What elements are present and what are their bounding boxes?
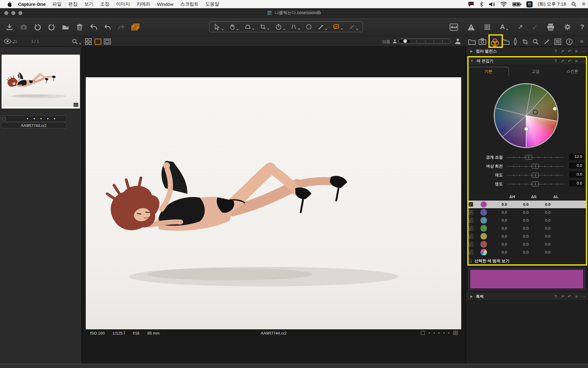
delta-l-value[interactable]: 0.0	[529, 242, 551, 247]
slider-track[interactable]	[507, 166, 564, 167]
tooltab-adjustments-icon[interactable]	[543, 38, 550, 45]
notification-center-icon[interactable]: ≡	[582, 1, 585, 7]
delta-s-value[interactable]: 0.0	[507, 218, 529, 223]
panel-preset-icon[interactable]: ↗	[560, 294, 564, 299]
delete-trash-icon[interactable]	[76, 23, 84, 31]
filmstrip-view-icon[interactable]	[95, 39, 101, 45]
tooltab-capture-icon[interactable]	[478, 38, 486, 45]
help-icon[interactable]: ?	[580, 24, 584, 30]
disclosure-closed-icon[interactable]: ▶	[470, 49, 473, 53]
slider-handle[interactable]	[532, 182, 539, 186]
color-swatch[interactable]	[481, 233, 487, 240]
color-range-row[interactable]: ✓ 0.0 0.0 0.0	[467, 240, 587, 248]
spotlight-search-icon[interactable]	[571, 2, 577, 7]
import-arrow-icon[interactable]: ↙	[532, 24, 537, 30]
delta-l-value[interactable]: 0.0	[529, 210, 551, 215]
rotate-right-icon[interactable]	[47, 23, 55, 31]
loupe-tool[interactable]	[244, 24, 254, 30]
grid-view-icon[interactable]	[85, 38, 92, 45]
color-range-row[interactable]: ✓ 0.0 0.0 0.0	[467, 248, 587, 256]
color-range-row[interactable]: ✓ 0.0 0.0 0.0	[467, 209, 587, 216]
tab-skin-tone[interactable]: 스킨톤	[558, 67, 587, 76]
color-swatch-rainbow[interactable]	[481, 249, 487, 255]
menu-clock[interactable]: (화) 오후 7:18	[538, 1, 566, 7]
delta-l-value[interactable]: 0.0	[529, 234, 551, 239]
annotation-tool-active[interactable]	[333, 24, 343, 30]
delta-h-value[interactable]: 0.0	[487, 250, 507, 255]
panel-more-icon[interactable]: ⋯	[581, 294, 586, 299]
draw-mask-tool[interactable]	[317, 24, 327, 30]
slider-value[interactable]: 0.0	[569, 180, 584, 186]
panel-help-icon[interactable]: ?	[555, 294, 557, 299]
window-zoom-button[interactable]	[18, 11, 22, 15]
color-swatch[interactable]	[481, 217, 487, 224]
color-wheel[interactable]	[494, 83, 559, 148]
tooltab-lens-icon[interactable]	[513, 38, 517, 45]
star-rating-dots[interactable]	[27, 118, 55, 119]
slider-track[interactable]	[507, 184, 564, 184]
panel-help-icon[interactable]: ?	[555, 49, 557, 54]
color-editor-panel-header[interactable]: ▼ 색 편집기 ? ↗ ↶ ≡ ⋯	[466, 57, 588, 65]
sector-handle-dot[interactable]	[553, 107, 557, 111]
delta-h-value[interactable]: 0.0	[487, 226, 507, 231]
delta-h-value[interactable]: 0.0	[487, 210, 507, 215]
slider-handle[interactable]	[532, 173, 539, 178]
row-enabled-checkbox[interactable]: ✓	[469, 234, 473, 239]
delta-s-value[interactable]: 0.0	[507, 226, 529, 231]
tooltab-overflow-icon[interactable]: »	[580, 37, 583, 44]
slider-handle[interactable]	[525, 155, 532, 160]
row-enabled-checkbox[interactable]: ✓	[469, 242, 473, 247]
panel-reset-icon[interactable]: ↶	[568, 49, 571, 54]
slider-value[interactable]: 12.0	[569, 154, 584, 160]
panel-preset-icon[interactable]: ↗	[560, 49, 564, 54]
panel-manage-icon[interactable]: ≡	[575, 59, 578, 63]
disclosure-open-icon[interactable]: ▼	[470, 59, 473, 63]
copy-adjustments-icon[interactable]	[131, 23, 140, 31]
thumbnail-filename[interactable]: AA9R7744.cr2	[1, 122, 66, 128]
viewer-zoom-slider[interactable]	[398, 39, 451, 44]
menu-file[interactable]: 파일	[52, 1, 62, 7]
keystone-tool[interactable]	[291, 24, 300, 30]
preferences-gear-icon[interactable]	[564, 23, 571, 31]
menu-image[interactable]: 이미지	[116, 1, 130, 7]
wifi-icon[interactable]	[500, 2, 507, 7]
delta-l-value[interactable]: 0.0	[529, 202, 551, 207]
view-selected-range-toggle[interactable]: 선택한 색 범위 보기	[467, 258, 510, 264]
redo-icon[interactable]	[117, 24, 125, 31]
delta-s-value[interactable]: 0.0	[507, 242, 529, 247]
select-tool[interactable]	[214, 24, 224, 30]
panel-help-icon[interactable]: ?	[555, 59, 557, 63]
color-range-row[interactable]: ✓ 0.0 0.0 0.0	[467, 232, 587, 240]
photo-canvas[interactable]	[86, 77, 461, 329]
browser-filter-eye-icon[interactable]	[4, 39, 15, 44]
panel-manage-icon[interactable]: ≡	[575, 49, 578, 54]
tethered-capture-icon[interactable]	[19, 23, 28, 31]
sector-handle-dot[interactable]	[524, 127, 528, 131]
panel-more-icon[interactable]: ⋯	[581, 49, 586, 54]
erase-annotation-tool[interactable]	[348, 24, 358, 30]
export-arrow-icon[interactable]: ↗	[517, 24, 523, 30]
tooltab-metadata-icon[interactable]	[554, 39, 561, 45]
export-originals-icon[interactable]	[61, 23, 70, 31]
tooltab-details-icon[interactable]	[532, 38, 539, 45]
row-enabled-checkbox[interactable]: ✓	[469, 226, 473, 231]
viewer-selection-checkbox[interactable]	[421, 331, 425, 335]
row-enabled-checkbox[interactable]: ✓	[469, 250, 473, 255]
print-icon[interactable]	[547, 23, 555, 31]
color-swatch[interactable]	[481, 225, 487, 232]
viewer-layout-icon[interactable]	[450, 24, 458, 31]
range-checkbox[interactable]	[467, 259, 472, 263]
menu-camera[interactable]: 카메라	[137, 1, 150, 7]
bluetooth-icon[interactable]	[480, 1, 483, 7]
delta-h-value[interactable]: 0.0	[487, 242, 507, 247]
delta-s-value[interactable]: 0.0	[507, 202, 529, 207]
window-minimize-button[interactable]	[11, 11, 15, 15]
delta-h-value[interactable]: 0.0	[487, 202, 507, 207]
color-swatch[interactable]	[481, 241, 487, 247]
panel-reset-icon[interactable]: ↶	[568, 59, 571, 63]
color-range-row[interactable]: ✓ 0.0 0.0 0.0	[467, 224, 587, 232]
delta-l-value[interactable]: 0.0	[529, 226, 551, 231]
revert-icon[interactable]	[89, 23, 98, 31]
panel-preset-icon[interactable]: ↗	[560, 59, 564, 63]
panel-manage-icon[interactable]: ≡	[575, 294, 578, 299]
